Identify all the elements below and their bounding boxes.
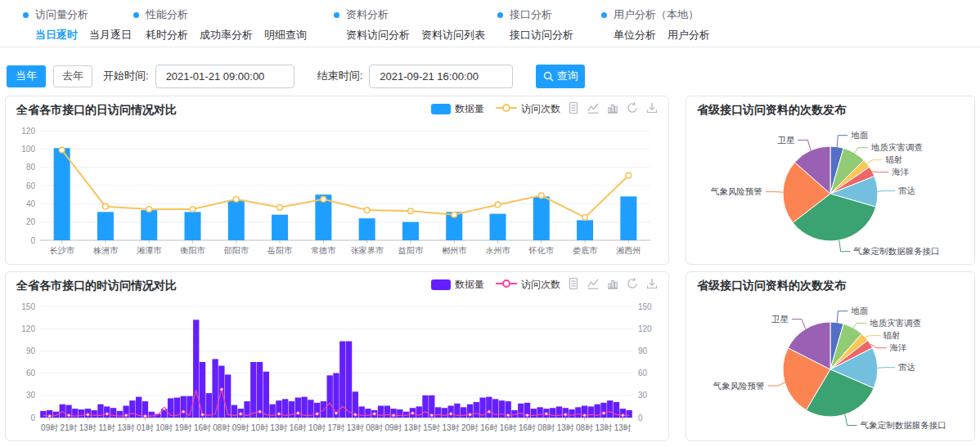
svg-text:气象风险预警: 气象风险预警 bbox=[710, 186, 762, 196]
svg-text:地质灾害调查: 地质灾害调查 bbox=[870, 142, 923, 152]
line-chart-icon bbox=[587, 277, 600, 290]
legend-item-line[interactable]: 访问次数 bbox=[496, 102, 560, 116]
svg-text:10时: 10时 bbox=[155, 423, 173, 432]
nav-group-1-label: 性能分析 bbox=[146, 7, 188, 22]
province-pie-panel-1: 省级接口访问资料的次数发布 地面地质灾害调查辐射海洋雷达气象定制数据服务接口卫星… bbox=[686, 96, 975, 265]
last-year-button[interactable]: 去年 bbox=[53, 65, 92, 87]
daily-bar-line-chart: 020406080100120长沙市株洲市湘潭市衡阳市邵阳市岳阳市常德市张家界市… bbox=[12, 121, 663, 260]
svg-text:16时: 16时 bbox=[519, 423, 536, 432]
nav-group-3-label: 接口分析 bbox=[510, 7, 552, 22]
svg-text:10时: 10时 bbox=[308, 423, 326, 432]
svg-text:16时: 16时 bbox=[290, 423, 307, 432]
nav-group-4-title: 用户分析（本地） bbox=[601, 7, 710, 22]
end-time-label: 结束时间: bbox=[317, 69, 363, 83]
line-chart-button[interactable] bbox=[587, 277, 600, 290]
nav-bullet-icon bbox=[334, 12, 339, 18]
svg-text:郴州市: 郴州市 bbox=[442, 246, 467, 255]
search-button-label: 查询 bbox=[557, 69, 578, 83]
nav-bullet-icon bbox=[23, 12, 29, 18]
this-year-button[interactable]: 当年 bbox=[7, 65, 46, 87]
svg-text:90: 90 bbox=[26, 346, 36, 355]
svg-text:60: 60 bbox=[26, 369, 36, 378]
data-view-button[interactable] bbox=[567, 101, 580, 114]
svg-text:09时: 09时 bbox=[232, 423, 249, 432]
nav-item-2-0[interactable]: 资料访问分析 bbox=[346, 28, 410, 42]
start-time-input[interactable] bbox=[155, 65, 294, 88]
nav-group-2: 资料分析资料访问分析资料访问列表 bbox=[334, 7, 485, 42]
svg-text:08时: 08时 bbox=[537, 423, 555, 432]
svg-text:11时: 11时 bbox=[99, 423, 115, 432]
line-chart-button[interactable] bbox=[587, 101, 600, 114]
search-icon bbox=[543, 71, 554, 82]
svg-text:气象定制数据服务接口: 气象定制数据服务接口 bbox=[860, 420, 946, 430]
hourly-chart-toolbar bbox=[567, 277, 659, 290]
svg-text:岳阳市: 岳阳市 bbox=[267, 246, 293, 255]
svg-text:17时: 17时 bbox=[327, 423, 344, 432]
svg-text:16时: 16时 bbox=[194, 423, 211, 432]
svg-text:09时: 09时 bbox=[41, 423, 58, 432]
restore-button[interactable] bbox=[626, 277, 639, 290]
svg-text:地面: 地面 bbox=[850, 306, 868, 315]
svg-text:13时: 13时 bbox=[347, 423, 364, 432]
bar-chart-button[interactable] bbox=[606, 101, 619, 114]
nav-group-3-title: 接口分析 bbox=[497, 7, 573, 22]
svg-text:60: 60 bbox=[638, 369, 648, 378]
nav-item-1-0[interactable]: 耗时分析 bbox=[146, 28, 188, 42]
nav-item-4-0[interactable]: 单位分析 bbox=[614, 28, 656, 42]
svg-text:气象定制数据服务接口: 气象定制数据服务接口 bbox=[853, 246, 940, 256]
restore-icon bbox=[626, 277, 639, 290]
nav-bullet-icon bbox=[133, 12, 139, 18]
svg-text:120: 120 bbox=[21, 127, 35, 136]
nav-item-3-0[interactable]: 接口访问分析 bbox=[510, 28, 573, 42]
svg-text:娄底市: 娄底市 bbox=[573, 246, 598, 255]
svg-text:10时: 10时 bbox=[251, 423, 268, 432]
legend-item-line[interactable]: 访问次数 bbox=[496, 278, 560, 292]
svg-text:湘潭市: 湘潭市 bbox=[137, 246, 162, 255]
nav-item-2-1[interactable]: 资料访问列表 bbox=[421, 28, 485, 42]
nav-item-4-1[interactable]: 用户分析 bbox=[668, 28, 710, 42]
svg-text:13时: 13时 bbox=[595, 423, 612, 432]
daily-chart-title: 全省各市接口的日访问情况对比 bbox=[16, 103, 177, 118]
restore-button[interactable] bbox=[626, 101, 639, 114]
svg-text:0: 0 bbox=[30, 236, 35, 245]
nav-group-4: 用户分析（本地）单位分析用户分析 bbox=[601, 7, 710, 42]
svg-text:16时: 16时 bbox=[500, 423, 517, 432]
daily-visits-panel: 全省各市接口的日访问情况对比 数据量访问次数 020406080100120长沙… bbox=[5, 96, 669, 265]
svg-text:怀化市: 怀化市 bbox=[528, 246, 555, 255]
nav-divider bbox=[0, 47, 980, 47]
svg-text:100: 100 bbox=[21, 145, 35, 154]
hourly-visits-panel: 全省各市接口的时访问情况对比 数据量访问次数 00303060609090120… bbox=[5, 271, 669, 441]
svg-text:15时: 15时 bbox=[423, 423, 440, 432]
data-view-button[interactable] bbox=[567, 277, 580, 290]
bar-legend-swatch bbox=[431, 104, 451, 114]
legend-item-bar[interactable]: 数据量 bbox=[431, 278, 484, 292]
hourly-chart-title: 全省各市接口的时访问情况对比 bbox=[16, 279, 177, 293]
nav-item-1-2[interactable]: 明细查询 bbox=[264, 28, 307, 42]
svg-text:13时: 13时 bbox=[614, 423, 632, 432]
svg-text:益阳市: 益阳市 bbox=[398, 246, 424, 255]
nav-item-0-0[interactable]: 当日逐时 bbox=[35, 28, 78, 42]
svg-text:150: 150 bbox=[638, 302, 652, 311]
svg-text:邵阳市: 邵阳市 bbox=[224, 246, 249, 255]
end-time-input[interactable] bbox=[369, 65, 513, 88]
nav-item-1-1[interactable]: 成功率分析 bbox=[200, 28, 253, 42]
dashboard-page: 访问量分析当日逐时当月逐日性能分析耗时分析成功率分析明细查询资料分析资料访问分析… bbox=[0, 0, 980, 447]
bar-chart-button[interactable] bbox=[606, 277, 619, 290]
svg-text:卫星: 卫星 bbox=[771, 314, 789, 324]
svg-text:辐射: 辐射 bbox=[886, 154, 903, 164]
svg-text:雷达: 雷达 bbox=[898, 186, 915, 195]
search-button[interactable]: 查询 bbox=[536, 65, 585, 88]
nav-bullet-icon bbox=[601, 12, 607, 18]
download-icon bbox=[645, 277, 659, 290]
svg-text:13时: 13时 bbox=[443, 423, 460, 432]
download-button[interactable] bbox=[645, 101, 659, 114]
top-nav: 访问量分析当日逐时当月逐日性能分析耗时分析成功率分析明细查询资料分析资料访问分析… bbox=[0, 0, 980, 47]
svg-text:09时: 09时 bbox=[385, 423, 402, 432]
legend-item-bar[interactable]: 数据量 bbox=[431, 102, 484, 116]
download-button[interactable] bbox=[645, 277, 659, 290]
nav-item-0-1[interactable]: 当月逐日 bbox=[89, 28, 132, 42]
svg-text:株洲市: 株洲市 bbox=[92, 246, 119, 255]
svg-text:13时: 13时 bbox=[270, 423, 287, 432]
svg-text:01时: 01时 bbox=[137, 423, 154, 432]
line-legend-swatch bbox=[496, 279, 517, 291]
